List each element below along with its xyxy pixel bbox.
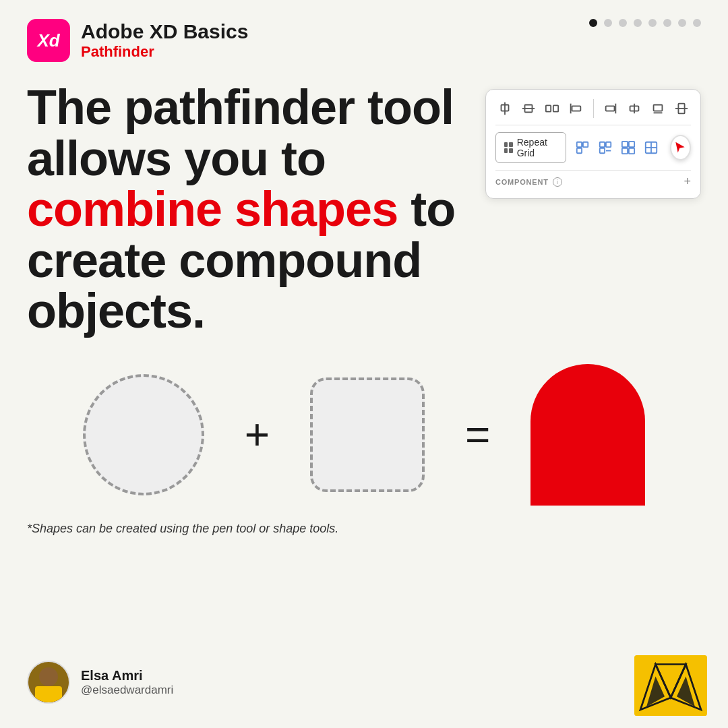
svg-rect-23 (621, 142, 627, 147)
heading-line2: allows you to (27, 131, 326, 185)
xd-panel: Repeat Grid (485, 89, 701, 199)
footer-note: *Shapes can be created using the pen too… (0, 506, 728, 536)
xd-panel-row1 (495, 99, 691, 125)
heading-line4: create compound (27, 233, 421, 287)
heading-highlight: combine shapes (27, 182, 398, 236)
svg-rect-12 (654, 105, 663, 111)
dot-1[interactable] (589, 19, 597, 27)
shape-circle (83, 374, 204, 495)
brand-logo (634, 655, 701, 709)
distribute-horiz-icon[interactable] (673, 99, 691, 118)
svg-rect-17 (583, 142, 588, 147)
shape-arch-result (530, 364, 645, 506)
add-component-button[interactable]: + (684, 175, 691, 189)
svg-rect-32 (35, 686, 62, 702)
pagination (589, 19, 701, 27)
plus-symbol: + (245, 410, 270, 460)
dot-4[interactable] (634, 19, 642, 27)
distribute-icon[interactable] (543, 99, 561, 118)
component-icon-2[interactable] (596, 138, 615, 157)
heading-line5: objects. (27, 284, 205, 338)
cursor-arrow-button[interactable] (670, 135, 691, 160)
header: Xd Adobe XD Basics Pathfinder (0, 0, 728, 75)
main-text: The pathfinder tool allows you to combin… (27, 82, 458, 337)
svg-rect-4 (546, 105, 551, 111)
repeat-grid-label: Repeat Grid (517, 137, 557, 158)
dot-5[interactable] (648, 19, 657, 27)
svg-point-31 (39, 667, 58, 686)
app-title: Adobe XD Basics (81, 20, 248, 43)
logo-text: Xd (37, 30, 59, 51)
svg-rect-21 (599, 148, 604, 153)
svg-rect-7 (572, 106, 580, 111)
info-icon[interactable]: i (553, 177, 562, 187)
repeat-grid-icon (504, 142, 513, 153)
shape-rounded-rect (310, 377, 425, 492)
svg-rect-16 (576, 142, 581, 147)
dot-8[interactable] (693, 19, 701, 27)
equals-symbol: = (465, 410, 490, 460)
app-name-bold: Adobe XD (81, 20, 177, 42)
author-handle: @elsaedwardamri (81, 684, 173, 697)
component-icon-3[interactable] (619, 138, 638, 157)
align-center-icon[interactable] (626, 99, 644, 118)
main-content: The pathfinder tool allows you to combin… (0, 75, 728, 337)
align-bottom-icon[interactable] (649, 99, 667, 118)
align-right-icon[interactable] (601, 99, 619, 118)
dot-7[interactable] (678, 19, 686, 27)
author-area: Elsa Amri @elsaedwardamri (27, 661, 173, 704)
align-left-icon[interactable] (566, 99, 584, 118)
dot-2[interactable] (604, 19, 612, 27)
svg-rect-20 (606, 142, 611, 147)
author-info: Elsa Amri @elsaedwardamri (81, 668, 173, 697)
xd-panel-row2: Repeat Grid (495, 132, 691, 170)
svg-rect-24 (629, 142, 634, 147)
svg-rect-18 (576, 148, 581, 153)
heading-to: to (411, 182, 455, 236)
footer-note-text: *Shapes can be created using the pen too… (27, 522, 338, 535)
svg-rect-19 (599, 142, 604, 147)
dot-3[interactable] (619, 19, 627, 27)
svg-rect-25 (621, 148, 627, 154)
svg-rect-26 (629, 148, 634, 154)
author-avatar (27, 661, 70, 704)
align-top-icon[interactable] (495, 99, 514, 118)
header-text: Adobe XD Basics Pathfinder (81, 20, 248, 61)
dot-6[interactable] (663, 19, 671, 27)
author-name: Elsa Amri (81, 668, 173, 684)
app-subtitle: Pathfinder (81, 43, 248, 61)
main-heading: The pathfinder tool allows you to combin… (27, 82, 458, 337)
xd-logo: Xd (27, 19, 70, 62)
shapes-area: + = (0, 344, 728, 506)
component-label: COMPONENT (495, 178, 549, 186)
svg-rect-5 (553, 105, 558, 111)
align-middle-icon[interactable] (519, 99, 537, 118)
separator-1 (593, 99, 594, 118)
svg-rect-9 (606, 106, 615, 111)
icon-group-2 (573, 138, 661, 157)
repeat-grid-button[interactable]: Repeat Grid (495, 132, 566, 163)
xd-panel-row3: COMPONENT i + (495, 170, 691, 189)
heading-line1: The pathfinder tool (27, 80, 454, 134)
component-icon-1[interactable] (573, 138, 592, 157)
component-icon-4[interactable] (642, 138, 661, 157)
